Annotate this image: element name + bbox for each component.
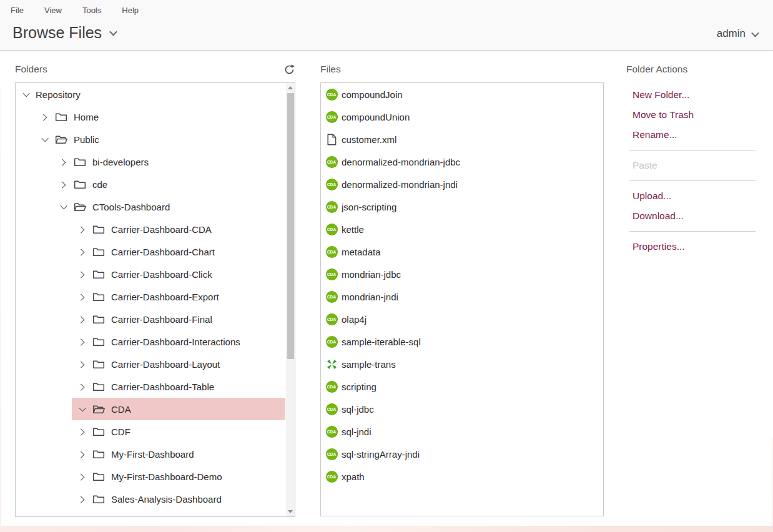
chevron-down-icon[interactable] <box>77 406 87 411</box>
folder-open-icon <box>92 404 106 415</box>
file-item-scripting[interactable]: CDAscripting <box>321 375 603 398</box>
scroll-up-button[interactable] <box>286 83 295 92</box>
file-item-label: mondrian-jndi <box>342 292 398 302</box>
scroll-down-button[interactable] <box>286 507 295 516</box>
folder-closed-icon <box>92 247 106 257</box>
file-item-customer-xml[interactable]: customer.xml <box>321 128 603 150</box>
folder-open-icon <box>92 404 106 415</box>
chevron-right-icon[interactable] <box>77 272 87 277</box>
chevron-down-icon[interactable] <box>58 204 68 209</box>
action-divider <box>629 231 756 232</box>
cda-badge-icon: CDA <box>326 89 338 101</box>
tree-item-label: Carrier-Dashboard-Table <box>111 382 214 392</box>
chevron-down-icon[interactable] <box>39 137 49 142</box>
chevron-right-icon[interactable] <box>77 227 87 232</box>
folder-tree: RepositoryHomePublicbi-developerscdeCToo… <box>16 83 295 510</box>
cda-badge-icon: CDA <box>325 448 338 460</box>
transformation-icon <box>327 359 337 370</box>
file-item-compoundjoin[interactable]: CDAcompoundJoin <box>321 83 603 106</box>
folder-closed-icon <box>92 494 105 505</box>
file-item-sample-iterable-sql[interactable]: CDAsample-iterable-sql <box>321 330 603 353</box>
tree-item-home[interactable]: Home <box>16 106 285 128</box>
file-item-sql-jdbc[interactable]: CDAsql-jdbc <box>321 398 603 420</box>
folder-closed-icon <box>92 359 105 370</box>
chevron-right-icon[interactable] <box>77 451 87 456</box>
file-item-label: kettle <box>342 224 364 235</box>
menubar-item-tools[interactable]: Tools <box>82 6 101 15</box>
action-move-to-trash[interactable]: Move to Trash <box>629 105 756 125</box>
folders-panel-title: Folders <box>15 64 47 75</box>
file-item-json-scripting[interactable]: CDAjson-scripting <box>321 195 603 218</box>
file-item-label: customer.xml <box>342 134 396 145</box>
file-item-denormalized-mondrian-jndi[interactable]: CDAdenormalized-mondrian-jndi <box>321 173 603 195</box>
chevron-right-icon[interactable] <box>77 429 87 434</box>
tree-item-cda[interactable]: CDA <box>16 398 285 420</box>
action-new-folder[interactable]: New Folder... <box>629 85 756 105</box>
tree-item-bi-developers[interactable]: bi-developers <box>16 150 285 173</box>
tree-item-my-first-dashboard[interactable]: My-First-Dashboard <box>16 443 285 465</box>
scrollbar-thumb[interactable] <box>287 93 294 359</box>
user-menu[interactable]: admin <box>717 27 758 40</box>
chevron-right-icon[interactable] <box>58 182 68 187</box>
tree-item-carrier-dashboard-interactions[interactable]: Carrier-Dashboard-Interactions <box>16 330 285 353</box>
cda-badge-icon: CDA <box>325 336 338 348</box>
action-upload[interactable]: Upload... <box>629 186 756 206</box>
folder-closed-icon <box>92 426 105 437</box>
tree-item-carrier-dashboard-click[interactable]: Carrier-Dashboard-Click <box>16 263 285 285</box>
menubar-item-file[interactable]: File <box>11 6 24 15</box>
folder-closed-icon <box>74 157 86 167</box>
action-properties[interactable]: Properties... <box>629 237 756 257</box>
file-item-label: metadata <box>342 247 381 257</box>
tree-item-carrier-dashboard-export[interactable]: Carrier-Dashboard-Export <box>16 285 285 308</box>
tree-item-repository[interactable]: Repository <box>16 83 285 106</box>
file-item-xpath[interactable]: CDAxpath <box>321 465 603 488</box>
chevron-right-icon[interactable] <box>77 317 87 322</box>
tree-item-public[interactable]: Public <box>16 128 285 150</box>
file-item-kettle[interactable]: CDAkettle <box>321 218 603 240</box>
file-item-label: mondrian-jdbc <box>342 269 401 280</box>
menubar-item-view[interactable]: View <box>44 6 62 15</box>
chevron-right-icon[interactable] <box>77 249 87 254</box>
chevron-right-icon[interactable] <box>77 339 87 344</box>
file-item-compoundunion[interactable]: CDAcompoundUnion <box>321 106 603 128</box>
file-item-sample-trans[interactable]: sample-trans <box>321 353 603 375</box>
cda-badge-icon: CDA <box>326 156 338 168</box>
chevron-right-icon[interactable] <box>77 294 87 299</box>
tree-item-carrier-dashboard-cda[interactable]: Carrier-Dashboard-CDA <box>16 218 285 240</box>
tree-item-my-first-dashboard-demo[interactable]: My-First-Dashboard-Demo <box>16 465 285 488</box>
tree-scrollbar[interactable] <box>286 83 295 516</box>
chevron-right-icon[interactable] <box>77 496 87 501</box>
tree-item-carrier-dashboard-final[interactable]: Carrier-Dashboard-Final <box>16 308 285 330</box>
tree-item-carrier-dashboard-layout[interactable]: Carrier-Dashboard-Layout <box>16 353 285 375</box>
tree-item-cdf[interactable]: CDF <box>16 420 285 443</box>
triangle-up-icon <box>288 86 293 89</box>
file-item-mondrian-jndi[interactable]: CDAmondrian-jndi <box>321 285 603 308</box>
tree-item-label: Public <box>74 134 99 145</box>
chevron-right-icon[interactable] <box>58 159 68 164</box>
file-item-sql-stringarray-jndi[interactable]: CDAsql-stringArray-jndi <box>321 443 603 465</box>
file-item-metadata[interactable]: CDAmetadata <box>321 240 603 263</box>
refresh-button[interactable] <box>283 64 296 76</box>
action-rename[interactable]: Rename... <box>629 125 756 145</box>
chevron-down-icon[interactable] <box>21 92 31 97</box>
file-item-olap4j[interactable]: CDAolap4j <box>321 308 603 330</box>
chevron-right-icon[interactable] <box>77 362 87 367</box>
tree-item-carrier-dashboard-chart[interactable]: Carrier-Dashboard-Chart <box>16 240 285 263</box>
cda-badge-icon: CDA <box>326 224 338 235</box>
action-download[interactable]: Download... <box>629 206 756 226</box>
chevron-right-icon[interactable] <box>77 384 87 389</box>
chevron-right-icon[interactable] <box>39 114 49 119</box>
cda-badge-icon: CDA <box>325 89 338 101</box>
chevron-right-icon[interactable] <box>77 474 87 479</box>
file-item-denormalized-mondrian-jdbc[interactable]: CDAdenormalized-mondrian-jdbc <box>321 150 603 173</box>
tree-item-carrier-dashboard-table[interactable]: Carrier-Dashboard-Table <box>16 375 285 398</box>
tree-item-sales-analysis-dashboard[interactable]: Sales-Analysis-Dashboard <box>16 488 285 510</box>
tree-item-cde[interactable]: cde <box>16 173 285 195</box>
file-item-sql-jndi[interactable]: CDAsql-jndi <box>321 420 603 443</box>
folder-tree-panel: RepositoryHomePublicbi-developerscdeCToo… <box>15 82 295 517</box>
browse-files-dropdown[interactable]: Browse Files <box>12 24 116 42</box>
menubar-item-help[interactable]: Help <box>122 6 139 15</box>
tree-item-ctools-dashboard[interactable]: CTools-Dashboard <box>16 195 285 218</box>
tree-item-label: bi-developers <box>92 157 149 167</box>
file-item-mondrian-jdbc[interactable]: CDAmondrian-jdbc <box>321 263 603 285</box>
